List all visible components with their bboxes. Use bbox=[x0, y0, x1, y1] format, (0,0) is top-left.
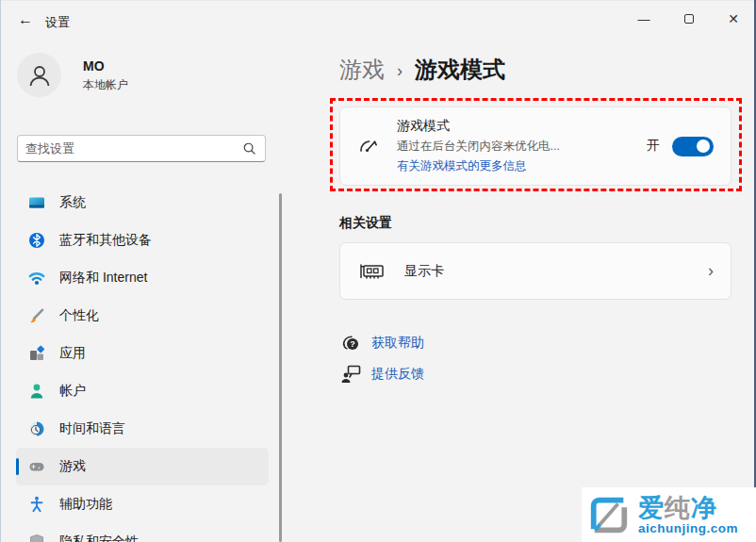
sidebar-item-accessibility[interactable]: 辅助功能 bbox=[16, 485, 269, 523]
watermark-brand: 爱纯净 bbox=[638, 495, 738, 521]
graphics-card-label: 显示卡 bbox=[404, 263, 444, 280]
back-button[interactable]: ← bbox=[13, 9, 38, 30]
user-profile[interactable]: MO 本地帐户 bbox=[17, 53, 262, 100]
maximize-icon bbox=[684, 14, 694, 24]
accounts-icon bbox=[28, 383, 45, 400]
accessibility-icon bbox=[28, 496, 45, 513]
breadcrumb: 游戏 › 游戏模式 bbox=[339, 55, 505, 85]
sidebar-item-time-language[interactable]: 时间和语言 bbox=[16, 410, 269, 448]
sidebar-item-label: 蓝牙和其他设备 bbox=[59, 232, 152, 249]
apps-icon bbox=[28, 345, 45, 362]
chevron-right-icon: › bbox=[708, 261, 714, 281]
personalization-icon bbox=[28, 307, 45, 324]
sidebar-item-label: 辅助功能 bbox=[59, 496, 112, 513]
person-icon bbox=[27, 63, 52, 88]
sidebar-item-label: 应用 bbox=[59, 345, 86, 362]
sidebar-item-label: 个性化 bbox=[59, 307, 99, 324]
privacy-icon bbox=[28, 534, 45, 542]
sidebar-item-apps[interactable]: 应用 bbox=[16, 335, 269, 372]
graphics-card-row[interactable]: 显示卡 › bbox=[339, 242, 731, 300]
page-title: 游戏模式 bbox=[415, 55, 505, 85]
time-language-icon bbox=[28, 420, 45, 437]
breadcrumb-parent[interactable]: 游戏 bbox=[339, 55, 385, 85]
profile-name: MO bbox=[83, 58, 105, 74]
sidebar-item-gaming[interactable]: 游戏 bbox=[16, 448, 269, 485]
breadcrumb-separator-icon: › bbox=[397, 59, 403, 81]
watermark: 爱纯净 aichunjing.com bbox=[582, 487, 756, 542]
game-mode-toggle-area: 开 bbox=[647, 137, 714, 156]
svg-text:?: ? bbox=[350, 339, 355, 349]
game-mode-more-info-link[interactable]: 有关游戏模式的更多信息 bbox=[397, 158, 647, 174]
search-input[interactable] bbox=[18, 141, 242, 156]
graphics-card-icon bbox=[359, 260, 386, 283]
toggle-knob bbox=[697, 140, 710, 153]
game-mode-description: 通过在后台关闭内容来优化电... bbox=[397, 139, 647, 155]
watermark-logo-icon bbox=[587, 493, 631, 536]
search-icon[interactable] bbox=[242, 141, 256, 156]
system-icon bbox=[28, 194, 45, 211]
sidebar-item-label: 系统 bbox=[59, 194, 86, 211]
sidebar-item-label: 游戏 bbox=[59, 458, 86, 475]
profile-account-type: 本地帐户 bbox=[83, 77, 128, 93]
sidebar-item-system[interactable]: 系统 bbox=[16, 184, 269, 222]
feedback-icon bbox=[339, 363, 364, 386]
feedback-label: 提供反馈 bbox=[371, 366, 424, 383]
minimize-button[interactable]: — bbox=[625, 6, 663, 32]
sidebar-item-label: 时间和语言 bbox=[59, 420, 125, 437]
game-mode-toggle[interactable] bbox=[672, 137, 714, 156]
game-mode-card: 游戏模式 通过在后台关闭内容来优化电... 有关游戏模式的更多信息 开 bbox=[339, 107, 731, 186]
sidebar-item-bluetooth[interactable]: 蓝牙和其他设备 bbox=[16, 222, 269, 259]
watermark-domain: aichunjing.com bbox=[638, 521, 738, 535]
game-mode-icon bbox=[340, 134, 397, 158]
get-help-icon: ? bbox=[339, 332, 364, 354]
game-mode-text: 游戏模式 通过在后台关闭内容来优化电... 有关游戏模式的更多信息 bbox=[397, 118, 647, 174]
watermark-text: 爱纯净 aichunjing.com bbox=[638, 495, 738, 535]
bluetooth-icon bbox=[28, 232, 45, 249]
get-help-label: 获取帮助 bbox=[371, 335, 424, 352]
search-box bbox=[17, 135, 266, 162]
get-help-link[interactable]: ? 获取帮助 bbox=[339, 332, 424, 354]
sidebar-item-privacy[interactable]: 隐私和安全性 bbox=[16, 523, 269, 542]
sidebar-item-label: 网络和 Internet bbox=[59, 270, 147, 287]
maximize-button[interactable] bbox=[670, 6, 708, 32]
close-button[interactable]: ✕ bbox=[715, 6, 752, 32]
sidebar-item-network[interactable]: 网络和 Internet bbox=[16, 259, 269, 297]
app-title: 设置 bbox=[45, 14, 70, 31]
sidebar: 系统 蓝牙和其他设备 网络和 Internet 个性 bbox=[0, 184, 279, 542]
gaming-icon bbox=[28, 458, 45, 475]
sidebar-item-label: 隐私和安全性 bbox=[59, 534, 139, 542]
avatar bbox=[17, 53, 61, 97]
sidebar-scrollbar[interactable] bbox=[279, 193, 282, 542]
sidebar-item-label: 帐户 bbox=[59, 383, 86, 400]
related-settings-header: 相关设置 bbox=[339, 215, 392, 232]
toggle-state-label: 开 bbox=[647, 138, 660, 155]
sidebar-item-accounts[interactable]: 帐户 bbox=[16, 372, 269, 410]
feedback-link[interactable]: 提供反馈 bbox=[339, 363, 424, 386]
game-mode-title: 游戏模式 bbox=[397, 118, 647, 135]
network-icon bbox=[28, 270, 45, 287]
sidebar-item-personalization[interactable]: 个性化 bbox=[16, 297, 269, 335]
settings-window: ← 设置 — ✕ MO 本地帐户 系统 bbox=[0, 0, 756, 542]
